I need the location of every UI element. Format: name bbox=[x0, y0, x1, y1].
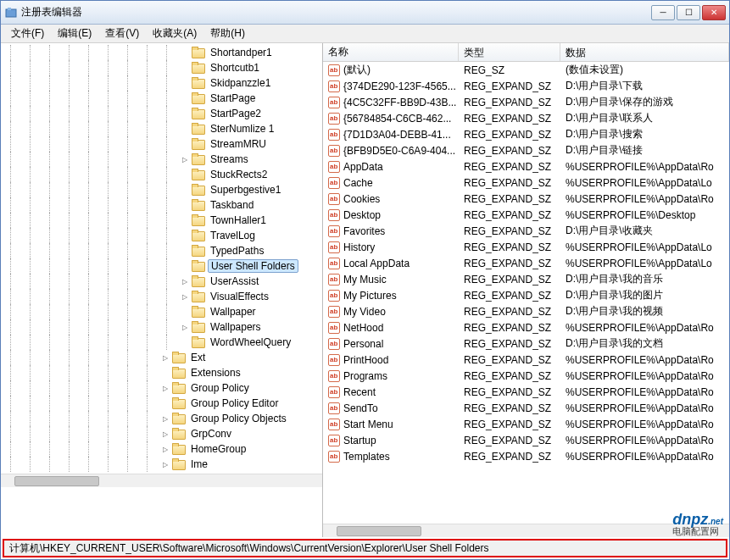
value-name: History bbox=[343, 241, 375, 253]
column-header-type[interactable]: 类型 bbox=[459, 43, 560, 61]
tree-item[interactable]: ▷Group Policy Objects bbox=[1, 411, 322, 426]
folder-icon bbox=[192, 92, 205, 104]
list-row[interactable]: FavoritesREG_EXPAND_SZD:\用户目录\收藏夹 bbox=[323, 223, 729, 239]
tree-item[interactable]: TypedPaths bbox=[1, 243, 322, 258]
tree-item[interactable]: User Shell Folders bbox=[1, 258, 322, 274]
menu-item-0[interactable]: 文件(F) bbox=[4, 25, 51, 42]
tree-item[interactable]: ▷HomeGroup bbox=[1, 441, 322, 457]
list-row[interactable]: {374DE290-123F-4565...REG_EXPAND_SZD:\用户… bbox=[323, 78, 729, 94]
value-type: REG_EXPAND_SZ bbox=[459, 113, 560, 125]
value-type: REG_EXPAND_SZ bbox=[459, 129, 560, 141]
tree-item[interactable]: ▷Streams bbox=[1, 152, 322, 167]
list-row[interactable]: ProgramsREG_EXPAND_SZ%USERPROFILE%\AppDa… bbox=[323, 368, 729, 384]
tree-item[interactable]: ▷VisualEffects bbox=[1, 289, 322, 304]
value-data: %USERPROFILE%\AppData\Ro bbox=[560, 451, 729, 463]
list-row[interactable]: RecentREG_EXPAND_SZ%USERPROFILE%\AppData… bbox=[323, 384, 729, 400]
expand-icon[interactable]: ▷ bbox=[160, 459, 170, 469]
tree-item[interactable]: ▷Wallpapers bbox=[1, 319, 322, 335]
expand-icon[interactable]: ▷ bbox=[180, 322, 190, 332]
expand-icon[interactable]: ▷ bbox=[160, 413, 170, 424]
tree-item[interactable]: SterNumlize 1 bbox=[1, 121, 322, 136]
list-row[interactable]: My VideoREG_EXPAND_SZD:\用户目录\我的视频 bbox=[323, 303, 729, 319]
tree-item[interactable]: ▷UserAssist bbox=[1, 274, 322, 289]
tree-item[interactable]: Wallpaper bbox=[1, 304, 322, 319]
tree-item[interactable]: Shortcutb1 bbox=[1, 60, 322, 75]
column-header-data[interactable]: 数据 bbox=[560, 43, 729, 61]
list-row[interactable]: Start MenuREG_EXPAND_SZ%USERPROFILE%\App… bbox=[323, 416, 729, 432]
tree-item[interactable]: Extensions bbox=[1, 365, 322, 380]
expand-icon[interactable]: ▷ bbox=[160, 383, 170, 393]
tree-item[interactable]: TravelLog bbox=[1, 228, 322, 243]
menu-item-3[interactable]: 收藏夹(A) bbox=[146, 25, 203, 42]
expand-icon[interactable]: ▷ bbox=[160, 429, 170, 439]
list-row[interactable]: {4C5C32FF-BB9D-43B...REG_EXPAND_SZD:\用户目… bbox=[323, 94, 729, 110]
tree-item[interactable]: Shortandper1 bbox=[1, 45, 322, 60]
value-type: REG_EXPAND_SZ bbox=[459, 97, 560, 108]
tree-item[interactable]: ▷Group Policy bbox=[1, 380, 322, 396]
tree-item[interactable]: StreamMRU bbox=[1, 136, 322, 152]
column-header-name[interactable]: 名称 bbox=[323, 43, 459, 61]
tree-item[interactable]: WordWheelQuery bbox=[1, 335, 322, 350]
minimize-button[interactable]: ─ bbox=[651, 5, 675, 20]
list-row[interactable]: {56784854-C6CB-462...REG_EXPAND_SZD:\用户目… bbox=[323, 110, 729, 126]
value-type: REG_EXPAND_SZ bbox=[459, 241, 560, 253]
value-type: REG_EXPAND_SZ bbox=[459, 290, 560, 302]
list-row[interactable]: My MusicREG_EXPAND_SZD:\用户目录\我的音乐 bbox=[323, 271, 729, 287]
expand-icon[interactable]: ▷ bbox=[180, 276, 190, 286]
expand-icon[interactable]: ▷ bbox=[160, 352, 170, 363]
value-data: %USERPROFILE%\AppData\Lo bbox=[560, 258, 729, 269]
value-data: %USERPROFILE%\AppData\Ro bbox=[560, 322, 729, 334]
list-row[interactable]: {BFB9D5E0-C6A9-404...REG_EXPAND_SZD:\用户目… bbox=[323, 142, 729, 158]
list-row[interactable]: NetHoodREG_EXPAND_SZ%USERPROFILE%\AppDat… bbox=[323, 319, 729, 335]
menu-item-1[interactable]: 编辑(E) bbox=[51, 25, 98, 42]
expand-icon[interactable]: ▷ bbox=[160, 444, 170, 454]
tree-scrollbar-horizontal[interactable] bbox=[1, 474, 322, 487]
tree-item[interactable]: Taskband bbox=[1, 197, 322, 213]
menu-item-4[interactable]: 帮助(H) bbox=[203, 25, 252, 42]
folder-icon bbox=[172, 443, 186, 455]
list-row[interactable]: AppDataREG_EXPAND_SZ%USERPROFILE%\AppDat… bbox=[323, 158, 729, 175]
tree-item[interactable]: StuckRects2 bbox=[1, 167, 322, 182]
list-row[interactable]: DesktopREG_EXPAND_SZ%USERPROFILE%\Deskto… bbox=[323, 207, 729, 223]
tree-item[interactable]: Superbgestive1 bbox=[1, 182, 322, 197]
list-header[interactable]: 名称 类型 数据 bbox=[323, 43, 729, 62]
value-data: %USERPROFILE%\AppData\Ro bbox=[560, 402, 729, 414]
value-name: {56784854-C6CB-462... bbox=[343, 113, 451, 125]
tree-item[interactable]: ▷Ext bbox=[1, 350, 322, 365]
list-row[interactable]: CacheREG_EXPAND_SZ%USERPROFILE%\AppData\… bbox=[323, 175, 729, 191]
expand-icon[interactable]: ▷ bbox=[180, 291, 190, 302]
tree-item[interactable]: Skidpanzzle1 bbox=[1, 75, 322, 91]
expand-icon[interactable]: ▷ bbox=[180, 154, 190, 164]
tree-item-label: Extensions bbox=[188, 367, 243, 379]
tree-panel[interactable]: Shortandper1Shortcutb1Skidpanzzle1StartP… bbox=[1, 43, 323, 537]
folder-icon bbox=[172, 428, 186, 440]
list-row[interactable]: (默认)REG_SZ(数值未设置) bbox=[323, 62, 729, 78]
value-data: %USERPROFILE%\AppData\Ro bbox=[560, 161, 729, 173]
list-row[interactable]: HistoryREG_EXPAND_SZ%USERPROFILE%\AppDat… bbox=[323, 239, 729, 255]
tree-item[interactable]: StartPage bbox=[1, 91, 322, 106]
list-scrollbar-horizontal[interactable] bbox=[323, 524, 729, 537]
folder-icon bbox=[192, 230, 205, 241]
tree-item[interactable]: TownHaller1 bbox=[1, 213, 322, 228]
folder-icon bbox=[192, 275, 205, 287]
list-row[interactable]: Local AppDataREG_EXPAND_SZ%USERPROFILE%\… bbox=[323, 255, 729, 271]
tree-item[interactable]: StartPage2 bbox=[1, 106, 322, 121]
list-row[interactable]: PrintHoodREG_EXPAND_SZ%USERPROFILE%\AppD… bbox=[323, 352, 729, 368]
list-row[interactable]: PersonalREG_EXPAND_SZD:\用户目录\我的文档 bbox=[323, 335, 729, 352]
list-row[interactable]: My PicturesREG_EXPAND_SZD:\用户目录\我的图片 bbox=[323, 287, 729, 303]
list-row[interactable]: {7D1D3A04-DEBB-41...REG_EXPAND_SZD:\用户目录… bbox=[323, 126, 729, 142]
list-row[interactable]: CookiesREG_EXPAND_SZ%USERPROFILE%\AppDat… bbox=[323, 191, 729, 207]
list-row[interactable]: StartupREG_EXPAND_SZ%USERPROFILE%\AppDat… bbox=[323, 432, 729, 448]
close-button[interactable]: ✕ bbox=[702, 5, 726, 20]
maximize-button[interactable]: ☐ bbox=[677, 5, 700, 20]
list-row[interactable]: SendToREG_EXPAND_SZ%USERPROFILE%\AppData… bbox=[323, 400, 729, 416]
list-body[interactable]: (默认)REG_SZ(数值未设置){374DE290-123F-4565...R… bbox=[323, 62, 729, 524]
value-type: REG_EXPAND_SZ bbox=[459, 161, 560, 173]
tree-item[interactable]: ▷Ime bbox=[1, 457, 322, 472]
menu-item-2[interactable]: 查看(V) bbox=[98, 25, 146, 42]
list-row[interactable]: TemplatesREG_EXPAND_SZ%USERPROFILE%\AppD… bbox=[323, 448, 729, 464]
tree-item-label: Group Policy Objects bbox=[188, 413, 289, 424]
tree-item[interactable]: ▷GrpConv bbox=[1, 426, 322, 441]
tree-item[interactable]: Group Policy Editor bbox=[1, 396, 322, 411]
titlebar[interactable]: 注册表编辑器 ─ ☐ ✕ bbox=[1, 1, 729, 25]
